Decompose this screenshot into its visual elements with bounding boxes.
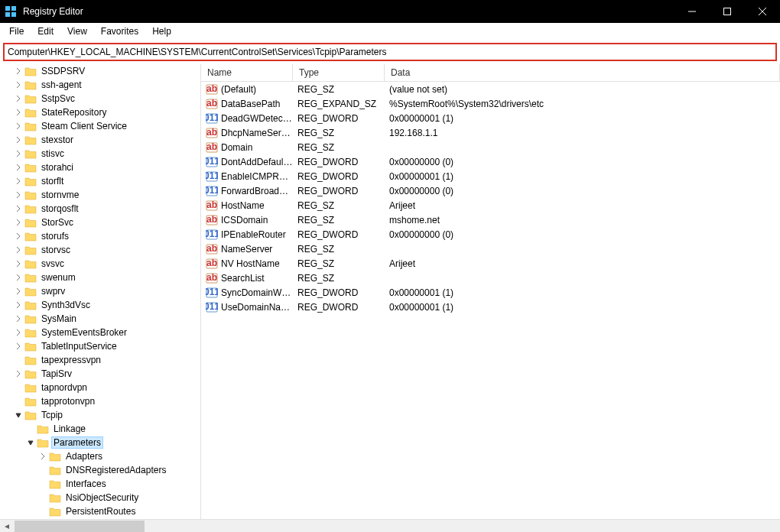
tree-item[interactable]: svsvc (0, 257, 200, 271)
tree-item[interactable]: swprv (0, 284, 200, 298)
chevron-right-icon[interactable] (12, 65, 24, 77)
chevron-right-icon[interactable] (12, 189, 24, 201)
chevron-right-icon[interactable] (12, 285, 24, 297)
tree-item[interactable]: storqosflt (0, 202, 200, 216)
svg-text:011: 011 (206, 287, 218, 297)
tree-item[interactable]: stornvme (0, 188, 200, 202)
value-name: DontAddDefault... (221, 157, 293, 167)
list-row[interactable]: abICSDomainREG_SZmshome.net (201, 212, 780, 227)
list-row[interactable]: abSearchListREG_SZ (201, 271, 780, 285)
chevron-right-icon[interactable] (12, 271, 24, 284)
chevron-right-icon[interactable] (12, 175, 24, 187)
tree-item[interactable]: StateRepository (0, 105, 200, 119)
tree-item[interactable]: TabletInputService (0, 339, 200, 353)
chevron-right-icon[interactable] (12, 258, 24, 270)
tree-item[interactable]: SSDPSRV (0, 64, 200, 78)
maximize-button[interactable] (710, 0, 745, 23)
scroll-thumb[interactable] (15, 521, 145, 532)
menu-favorites[interactable]: Favorites (95, 24, 145, 38)
tree-item[interactable]: Steam Client Service (0, 119, 200, 133)
list-row[interactable]: 011EnableICMPRedi...REG_DWORD0x00000001 … (201, 169, 780, 183)
twisty-spacer (37, 505, 49, 517)
chevron-right-icon[interactable] (12, 92, 24, 105)
list-row[interactable]: abDataBasePathREG_EXPAND_SZ%SystemRoot%\… (201, 96, 780, 111)
chevron-right-icon[interactable] (12, 368, 24, 380)
menu-help[interactable]: Help (146, 24, 177, 38)
tree-item[interactable]: Tcpip (0, 408, 200, 422)
svg-text:ab: ab (206, 83, 217, 94)
tree-item[interactable]: DNSRegisteredAdapters (0, 463, 200, 477)
menu-edit[interactable]: Edit (31, 24, 60, 38)
list-row[interactable]: abNameServerREG_SZ (201, 242, 780, 256)
list-row[interactable]: 011DeadGWDetect...REG_DWORD0x00000001 (1… (201, 111, 780, 125)
chevron-right-icon[interactable] (12, 161, 24, 174)
list-row[interactable]: abDomainREG_SZ (201, 140, 780, 154)
tree-item[interactable]: Parameters (0, 436, 200, 449)
tree-item[interactable]: Winsock (0, 518, 200, 519)
list-row[interactable]: abHostNameREG_SZArijeet (201, 198, 780, 212)
horizontal-scrollbar[interactable]: ◂ (0, 519, 780, 532)
address-bar[interactable]: Computer\HKEY_LOCAL_MACHINE\SYSTEM\Curre… (3, 43, 777, 61)
minimize-button[interactable] (674, 0, 710, 23)
list-row[interactable]: 011SyncDomainWit...REG_DWORD0x00000001 (… (201, 285, 780, 300)
chevron-right-icon[interactable] (12, 244, 24, 256)
tree-item[interactable]: StorSvc (0, 216, 200, 229)
close-button[interactable] (745, 0, 780, 23)
chevron-right-icon[interactable] (12, 230, 24, 242)
chevron-right-icon[interactable] (12, 340, 24, 352)
chevron-right-icon[interactable] (12, 120, 24, 132)
tree-item-label: svsvc (40, 258, 66, 269)
tree-item[interactable]: ssh-agent (0, 78, 200, 92)
tree-item[interactable]: swenum (0, 271, 200, 284)
menu-file[interactable]: File (3, 24, 30, 38)
col-header-name[interactable]: Name (201, 64, 293, 81)
chevron-down-icon[interactable] (24, 436, 37, 449)
tree-item[interactable]: storahci (0, 161, 200, 174)
tree-item[interactable]: tapnordvpn (0, 381, 200, 394)
col-header-data[interactable]: Data (385, 64, 780, 81)
tree-item[interactable]: storflt (0, 174, 200, 188)
list-row[interactable]: 011DontAddDefault...REG_DWORD0x00000000 … (201, 154, 780, 169)
list-row[interactable]: abDhcpNameServerREG_SZ192.168.1.1 (201, 125, 780, 140)
chevron-down-icon[interactable] (12, 409, 24, 421)
tree-item[interactable]: tapprotonvpn (0, 394, 200, 408)
chevron-right-icon[interactable] (12, 148, 24, 160)
col-header-type[interactable]: Type (293, 64, 385, 81)
tree-item[interactable]: Linkage (0, 422, 200, 436)
tree-item[interactable]: TapiSrv (0, 367, 200, 381)
tree-item-label: TapiSrv (40, 368, 73, 379)
list-row[interactable]: abNV HostNameREG_SZArijeet (201, 256, 780, 271)
chevron-right-icon[interactable] (12, 134, 24, 146)
tree-item[interactable]: tapexpressvpn (0, 353, 200, 367)
chevron-right-icon[interactable] (12, 326, 24, 339)
list-row[interactable]: ab(Default)REG_SZ(value not set) (201, 82, 780, 96)
tree-item[interactable]: Adapters (0, 449, 200, 463)
tree-pane[interactable]: SSDPSRVssh-agentSstpSvcStateRepositorySt… (0, 64, 201, 519)
tree-item[interactable]: PersistentRoutes (0, 504, 200, 518)
tree-item[interactable]: storufs (0, 229, 200, 243)
chevron-right-icon[interactable] (12, 216, 24, 229)
list-row[interactable]: 011UseDomainNam...REG_DWORD0x00000001 (1… (201, 300, 780, 314)
tree-item[interactable]: NsiObjectSecurity (0, 491, 200, 504)
tree-item[interactable]: stexstor (0, 133, 200, 147)
value-data: 192.168.1.1 (385, 128, 780, 138)
scroll-left-icon[interactable]: ◂ (0, 520, 13, 533)
list-row[interactable]: 011IPEnableRouterREG_DWORD0x00000000 (0) (201, 227, 780, 242)
tree-item[interactable]: SstpSvc (0, 92, 200, 105)
tree-item[interactable]: Interfaces (0, 477, 200, 491)
tree-item[interactable]: Synth3dVsc (0, 298, 200, 312)
tree-item[interactable]: SystemEventsBroker (0, 326, 200, 339)
tree-item[interactable]: storvsc (0, 243, 200, 257)
folder-icon (24, 354, 37, 366)
chevron-right-icon[interactable] (12, 79, 24, 91)
chevron-right-icon[interactable] (12, 203, 24, 215)
tree-item[interactable]: stisvc (0, 147, 200, 161)
chevron-right-icon[interactable] (12, 106, 24, 118)
chevron-right-icon[interactable] (37, 450, 49, 462)
titlebar[interactable]: Registry Editor (0, 0, 780, 23)
tree-item[interactable]: SysMain (0, 312, 200, 326)
chevron-right-icon[interactable] (12, 299, 24, 311)
chevron-right-icon[interactable] (12, 313, 24, 325)
list-row[interactable]: 011ForwardBroadca...REG_DWORD0x00000000 … (201, 183, 780, 198)
menu-view[interactable]: View (61, 24, 93, 38)
